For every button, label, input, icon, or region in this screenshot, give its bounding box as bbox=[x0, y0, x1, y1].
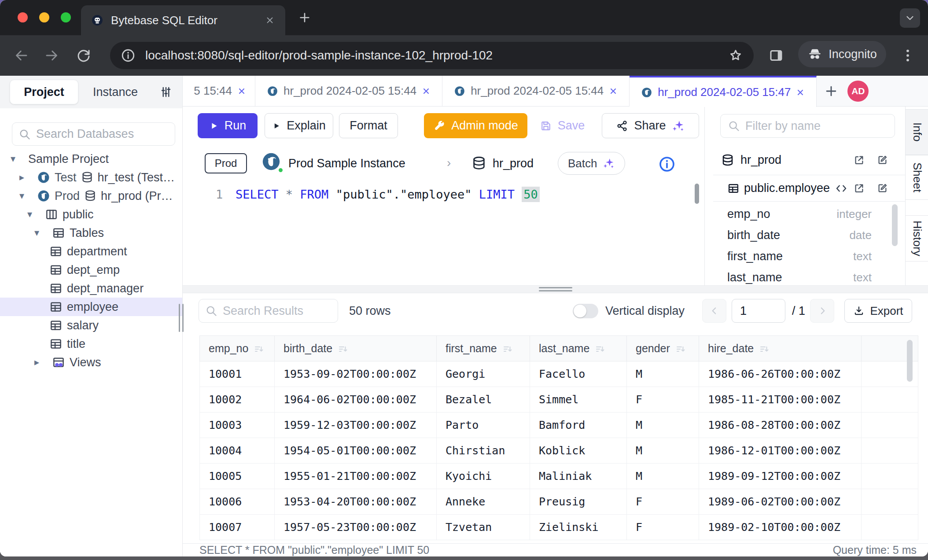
table-cell[interactable]: Parto bbox=[437, 413, 530, 438]
table-cell[interactable]: 10001 bbox=[200, 361, 275, 387]
browser-tab[interactable]: Bytebase SQL Editor bbox=[81, 5, 285, 35]
schema-filter-input[interactable] bbox=[745, 119, 887, 133]
explain-button[interactable]: Explain bbox=[265, 113, 333, 138]
table-cell[interactable]: 1989-06-02T00:00:00Z bbox=[699, 489, 862, 515]
table-cell[interactable]: 1959-12-03T00:00:00Z bbox=[275, 413, 437, 438]
column-row-birth_date[interactable]: birth_datedate bbox=[713, 225, 905, 246]
column-header-gender[interactable]: gender bbox=[627, 336, 699, 361]
reload-button[interactable] bbox=[76, 48, 92, 63]
back-button[interactable] bbox=[13, 48, 29, 63]
database-search-input[interactable] bbox=[36, 127, 169, 141]
table-cell[interactable]: 10005 bbox=[200, 464, 275, 489]
tree-item-dept-manager[interactable]: dept_manager bbox=[0, 279, 182, 298]
column-header-birth_date[interactable]: birth_date bbox=[275, 336, 437, 361]
table-cell[interactable]: 10007 bbox=[200, 515, 275, 540]
table-cell[interactable]: Bamford bbox=[530, 413, 627, 438]
caret-right-icon[interactable]: ▸ bbox=[34, 357, 48, 368]
close-tab-icon[interactable] bbox=[796, 88, 805, 97]
zoom-window-button[interactable] bbox=[61, 12, 71, 22]
table-cell[interactable]: Facello bbox=[530, 361, 627, 387]
tab-project[interactable]: Project bbox=[10, 80, 78, 104]
editor-panel-divider[interactable] bbox=[704, 107, 705, 285]
address-bar[interactable]: localhost:8080/sql-editor/prod-sample-in… bbox=[110, 42, 754, 69]
table-cell[interactable]: 1955-01-21T00:00:00Z bbox=[275, 464, 437, 489]
schema-filter-box[interactable] bbox=[720, 114, 895, 138]
editor-tab-2[interactable]: hr_prod 2024-02-05 15:44 bbox=[255, 76, 442, 106]
table-cell[interactable]: 1989-02-10T00:00:00Z bbox=[699, 515, 862, 540]
column-row-first_name[interactable]: first_nametext bbox=[713, 246, 905, 267]
table-cell[interactable]: Tzvetan bbox=[437, 515, 530, 540]
tree-item-sample-project[interactable]: ▾Sample Project bbox=[0, 150, 182, 168]
column-header-first_name[interactable]: first_name bbox=[437, 336, 530, 361]
close-window-button[interactable] bbox=[18, 12, 28, 22]
browser-menu-button[interactable] bbox=[900, 48, 916, 63]
tree-item-views[interactable]: ▸Views bbox=[0, 353, 182, 372]
url-text[interactable]: localhost:8080/sql-editor/prod-sample-in… bbox=[145, 48, 718, 63]
tree-item-dept-emp[interactable]: dept_emp bbox=[0, 261, 182, 279]
table-cell[interactable]: Koblick bbox=[530, 438, 627, 464]
results-search-box[interactable] bbox=[199, 299, 338, 323]
tree-item-hr-test-test[interactable]: ▸Testhr_test (Test… bbox=[0, 168, 182, 187]
table-cell[interactable]: 1985-11-21T00:00:00Z bbox=[699, 387, 862, 413]
table-cell[interactable]: 1964-06-02T00:00:00Z bbox=[275, 387, 437, 413]
table-cell[interactable]: Georgi bbox=[437, 361, 530, 387]
connection-info-icon[interactable] bbox=[658, 155, 676, 173]
run-button[interactable]: Run bbox=[198, 113, 258, 138]
caret-down-icon[interactable]: ▾ bbox=[34, 227, 48, 239]
vertical-display-toggle[interactable] bbox=[573, 304, 598, 318]
export-button[interactable]: Export bbox=[844, 299, 912, 323]
code-icon[interactable] bbox=[835, 182, 848, 195]
column-row-emp_no[interactable]: emp_nointeger bbox=[713, 203, 905, 225]
format-button[interactable]: Format bbox=[339, 113, 398, 138]
side-panel-icon[interactable] bbox=[768, 48, 784, 63]
table-cell[interactable]: 1989-09-12T00:00:00Z bbox=[699, 464, 862, 489]
table-row[interactable]: 100071957-05-23T00:00:00ZTzvetanZielinsk… bbox=[200, 515, 918, 540]
column-header-last_name[interactable]: last_name bbox=[530, 336, 627, 361]
admin-mode-button[interactable]: Admin mode bbox=[424, 113, 527, 138]
table-row[interactable]: 100011953-09-02T00:00:00ZGeorgiFacelloM1… bbox=[200, 361, 918, 387]
table-cell[interactable]: Kyoichi bbox=[437, 464, 530, 489]
breadcrumb-database[interactable]: hr_prod bbox=[493, 145, 534, 181]
side-tab-history[interactable]: History bbox=[905, 215, 928, 262]
results-search-input[interactable] bbox=[223, 304, 331, 318]
external-link-icon[interactable] bbox=[853, 182, 865, 194]
table-cell[interactable]: F bbox=[627, 515, 699, 540]
table-cell[interactable]: 1954-05-01T00:00:00Z bbox=[275, 438, 437, 464]
table-cell[interactable]: Preusig bbox=[530, 489, 627, 515]
editor-results-splitter[interactable] bbox=[183, 285, 928, 293]
next-page-button[interactable] bbox=[810, 299, 834, 323]
table-cell[interactable]: M bbox=[627, 464, 699, 489]
database-search-box[interactable] bbox=[12, 122, 175, 146]
column-header-hire_date[interactable]: hire_date bbox=[699, 336, 862, 361]
tab-instance[interactable]: Instance bbox=[85, 80, 146, 104]
close-tab-icon[interactable] bbox=[609, 87, 618, 96]
side-tab-sheet[interactable]: Sheet bbox=[905, 155, 928, 200]
avatar[interactable]: AD bbox=[847, 81, 869, 102]
sql-code-line[interactable]: SELECT * FROM "public"."employee" LIMIT … bbox=[236, 188, 540, 201]
sql-editor[interactable]: 1 SELECT * FROM "public"."employee" LIMI… bbox=[183, 181, 704, 285]
table-cell[interactable]: F bbox=[627, 489, 699, 515]
tree-item-tables[interactable]: ▾Tables bbox=[0, 224, 182, 242]
table-cell[interactable]: 1953-09-02T00:00:00Z bbox=[275, 361, 437, 387]
table-cell[interactable]: 10003 bbox=[200, 413, 275, 438]
column-header-emp_no[interactable]: emp_no bbox=[200, 336, 275, 361]
table-cell[interactable]: 1957-05-23T00:00:00Z bbox=[275, 515, 437, 540]
edit-icon[interactable] bbox=[876, 182, 888, 194]
tree-item-department[interactable]: department bbox=[0, 242, 182, 261]
tree-settings-icon[interactable] bbox=[159, 85, 173, 99]
tree-item-title[interactable]: title bbox=[0, 335, 182, 353]
site-info-icon[interactable] bbox=[121, 48, 136, 63]
table-row[interactable]: 100061953-04-20T00:00:00ZAnnekePreusigF1… bbox=[200, 489, 918, 515]
table-cell[interactable]: 1986-12-01T00:00:00Z bbox=[699, 438, 862, 464]
column-list-scrollbar[interactable] bbox=[892, 204, 898, 246]
table-cell[interactable]: 1986-08-28T00:00:00Z bbox=[699, 413, 862, 438]
results-scrollbar[interactable] bbox=[907, 340, 913, 382]
caret-down-icon[interactable]: ▾ bbox=[27, 209, 41, 220]
splitter-grip[interactable] bbox=[539, 285, 572, 293]
caret-down-icon[interactable]: ▾ bbox=[11, 153, 24, 165]
editor-tab-3[interactable]: hr_prod 2024-02-05 15:44 bbox=[442, 76, 630, 106]
tree-item-public[interactable]: ▾public bbox=[0, 205, 182, 224]
table-row[interactable]: 100051955-01-21T00:00:00ZKyoichiMaliniak… bbox=[200, 464, 918, 489]
page-number-input[interactable] bbox=[732, 299, 785, 323]
table-row[interactable]: 100021964-06-02T00:00:00ZBezalelSimmelF1… bbox=[200, 387, 918, 413]
